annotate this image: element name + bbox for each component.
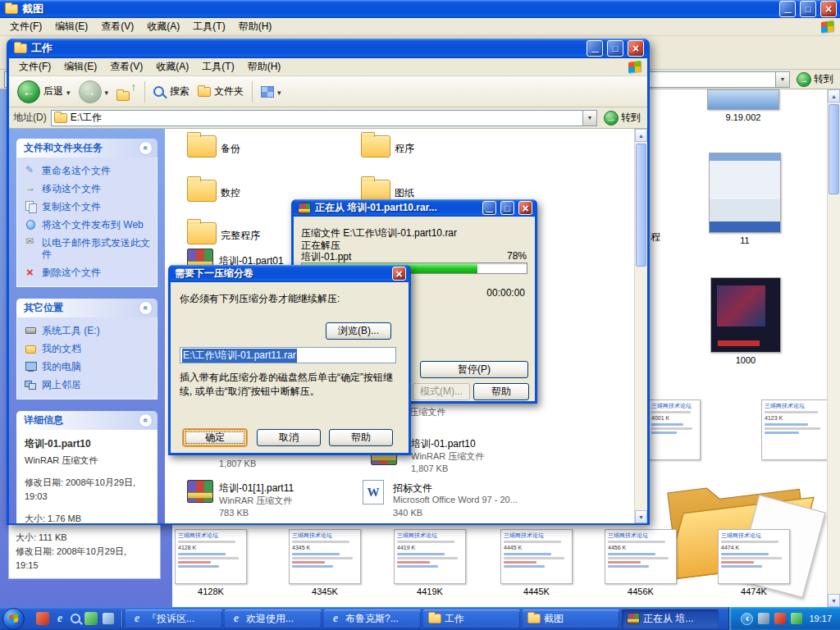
scroll-thumb[interactable]: [829, 104, 839, 194]
scroll-up-icon[interactable]: [828, 89, 840, 103]
start-button[interactable]: [2, 608, 25, 630]
scroll-thumb[interactable]: [636, 144, 646, 267]
folders-button[interactable]: 文件夹: [194, 83, 247, 100]
minimize-button[interactable]: [587, 40, 603, 57]
folder-name[interactable]: 数控: [221, 186, 240, 200]
scroll-down-icon[interactable]: [635, 510, 647, 523]
file-name[interactable]: 培训-01.part10: [411, 437, 476, 451]
menu-item-view[interactable]: 查看(V): [103, 59, 149, 75]
image-thumbnail[interactable]: [709, 153, 781, 233]
scrollbar[interactable]: [634, 129, 647, 523]
image-thumbnail[interactable]: 三维网技术论坛 4128 K: [175, 529, 247, 584]
show-desktop-icon[interactable]: [102, 612, 115, 625]
scrollbar[interactable]: [827, 89, 840, 607]
ie-icon[interactable]: [53, 612, 66, 625]
task-link-copy[interactable]: 复制这个文件: [25, 201, 153, 212]
taskbar-button[interactable]: 截图: [523, 609, 619, 628]
folder-icon[interactable]: [187, 180, 217, 202]
quick-launch-icon[interactable]: [36, 612, 49, 625]
panel-header[interactable]: 文件和文件夹任务: [16, 139, 158, 158]
up-button[interactable]: [113, 81, 139, 103]
tray-collapse-icon[interactable]: [741, 613, 753, 625]
dialog-titlebar[interactable]: 需要下一压缩分卷: [171, 265, 409, 282]
close-button[interactable]: [628, 40, 644, 57]
close-button[interactable]: [820, 1, 837, 17]
task-link-delete[interactable]: 删除这个文件: [25, 267, 153, 278]
menu-item-tools[interactable]: 工具(T): [186, 19, 231, 34]
dropdown-icon[interactable]: [775, 72, 789, 87]
thumbnail-label[interactable]: 9.19.002: [697, 112, 789, 122]
taskbar-clock[interactable]: 19:17: [809, 614, 832, 623]
image-thumbnail[interactable]: 三维网技术论坛 4345 K: [289, 529, 361, 584]
menu-item-help[interactable]: 帮助(H): [241, 59, 288, 75]
tray-icon[interactable]: [774, 613, 786, 624]
address-input[interactable]: E:\工作: [51, 110, 597, 126]
panel-header[interactable]: 其它位置: [16, 299, 158, 317]
cancel-button[interactable]: 取消: [257, 429, 321, 446]
word-file-icon[interactable]: [363, 480, 384, 504]
help-button[interactable]: 帮助: [329, 429, 393, 446]
back-button[interactable]: 后退: [14, 79, 74, 105]
volume-path-input[interactable]: E:\工作\培训-01.part11.rar: [180, 347, 396, 363]
panel-header[interactable]: 详细信息: [16, 411, 158, 430]
taskbar-button-active[interactable]: 正在从 培...: [622, 609, 719, 628]
go-button[interactable]: 转到: [794, 72, 836, 87]
go-button[interactable]: 转到: [601, 111, 643, 126]
minimize-button[interactable]: [779, 1, 796, 17]
place-link-drive[interactable]: 系统工具 (E:): [25, 325, 153, 336]
maximize-button[interactable]: [607, 40, 623, 57]
chevron-down-icon[interactable]: [105, 86, 109, 98]
folder-name[interactable]: 完整程序: [221, 229, 260, 243]
place-link-computer[interactable]: 我的电脑: [25, 361, 153, 372]
image-thumbnail[interactable]: [707, 89, 779, 110]
thumbnail-label[interactable]: 11: [709, 235, 781, 245]
taskbar-button[interactable]: 布鲁克斯?...: [324, 609, 421, 628]
file-name[interactable]: 招标文件: [393, 482, 432, 495]
menu-item-help[interactable]: 帮助(H): [232, 19, 279, 34]
file-name[interactable]: 培训-01[1].part11: [219, 482, 294, 495]
image-thumbnail[interactable]: 三维网技术论坛 4445 K: [500, 529, 573, 584]
menu-item-favorites[interactable]: 收藏(A): [140, 19, 186, 34]
search-icon[interactable]: [71, 614, 80, 623]
work-window-titlebar[interactable]: 工作: [9, 39, 647, 58]
screenshot-window-titlebar[interactable]: 截图: [0, 0, 840, 18]
maximize-button[interactable]: [800, 1, 816, 17]
ok-button[interactable]: 确定: [183, 429, 247, 446]
thumbnail-label[interactable]: 4456K: [605, 587, 677, 596]
dialog-titlebar[interactable]: 正在从 培训-01.part10.rar...: [294, 199, 535, 217]
thumbnail-label[interactable]: 4128K: [175, 587, 247, 596]
tray-icon[interactable]: [791, 613, 802, 624]
chevron-up-icon[interactable]: [139, 301, 153, 315]
taskbar-button[interactable]: 欢迎使用...: [225, 609, 322, 628]
chevron-up-icon[interactable]: [139, 141, 153, 155]
thumbnail-label[interactable]: 4345K: [289, 587, 361, 596]
menu-item-edit[interactable]: 编辑(E): [57, 59, 103, 75]
image-thumbnail[interactable]: [710, 277, 781, 353]
quick-launch-icon[interactable]: [84, 612, 98, 625]
menu-item-file[interactable]: 文件(F): [12, 59, 57, 75]
folder-name[interactable]: 程序: [395, 142, 414, 156]
place-link-network[interactable]: 网上邻居: [25, 379, 153, 390]
minimize-button[interactable]: [482, 201, 496, 215]
menu-item-tools[interactable]: 工具(T): [195, 59, 240, 75]
place-link-documents[interactable]: 我的文档: [25, 343, 153, 354]
dropdown-icon[interactable]: [582, 111, 596, 126]
folder-icon[interactable]: [187, 222, 217, 244]
task-link-publish[interactable]: 将这个文件发布到 Web: [25, 219, 153, 231]
thumbnail-label[interactable]: 4474K: [718, 587, 790, 596]
thumbnail-label[interactable]: 4419K: [394, 587, 466, 596]
image-thumbnail[interactable]: 三维网技术论坛 4419 K: [394, 529, 466, 584]
pause-button[interactable]: 暂停(P): [420, 361, 528, 378]
tray-icon[interactable]: [758, 613, 769, 624]
close-button[interactable]: [392, 267, 406, 281]
chevron-down-icon[interactable]: [277, 86, 281, 98]
menu-item-favorites[interactable]: 收藏(A): [149, 59, 195, 75]
taskbar-button[interactable]: 『投诉区...: [126, 609, 222, 628]
image-thumbnail[interactable]: 三维网技术论坛 4456 K: [605, 529, 677, 584]
folder-name[interactable]: 图纸: [395, 186, 414, 200]
task-link-move[interactable]: 移动这个文件: [25, 183, 153, 194]
close-button[interactable]: [518, 201, 532, 215]
taskbar-button[interactable]: 工作: [423, 609, 520, 628]
views-button[interactable]: [258, 84, 285, 99]
mode-button[interactable]: 模式(M)...: [413, 383, 470, 400]
